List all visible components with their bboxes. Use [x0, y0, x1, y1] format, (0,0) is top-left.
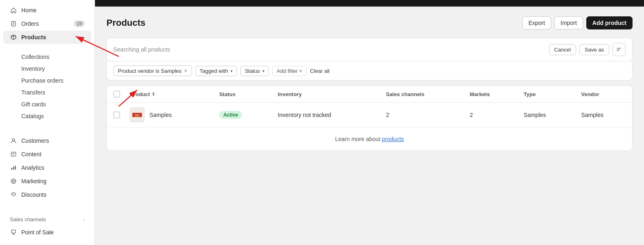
sidebar-item-orders-label: Orders [21, 20, 39, 27]
orders-badge: 19 [74, 20, 85, 27]
col-type: Type [517, 86, 574, 103]
sidebar-catalogs-label: Catalogs [21, 113, 44, 119]
marketing-icon [10, 178, 17, 185]
table-row: Free SAMPLES Samples Active Inventory no… [107, 103, 632, 128]
svg-text:SAMPLES: SAMPLES [135, 116, 140, 118]
search-bar: Searching all products Cancel Save as [106, 38, 633, 61]
sidebar-item-transfers[interactable]: Transfers [3, 87, 91, 98]
sidebar-item-catalogs[interactable]: Catalogs [3, 110, 91, 122]
svg-point-6 [11, 179, 16, 183]
row-checkbox[interactable] [113, 112, 120, 118]
learn-more-row: Learn more about products [107, 128, 632, 151]
col-status: Status [212, 86, 271, 103]
sidebar-item-gift-cards[interactable]: Gift cards [3, 99, 91, 110]
sidebar-item-products-label: Products [21, 34, 46, 40]
page-title: Products [106, 18, 522, 28]
sidebar-gift-cards-label: Gift cards [21, 101, 46, 108]
svg-point-1 [12, 139, 15, 141]
clear-all-button[interactable]: Clear all [310, 68, 330, 74]
inventory-cell: Inventory not tracked [271, 103, 379, 128]
export-button[interactable]: Export [522, 16, 551, 29]
sidebar-collections-label: Collections [21, 54, 49, 60]
svg-text:Free: Free [135, 114, 139, 116]
learn-more-text: Learn more about [335, 136, 382, 142]
sidebar-item-discounts[interactable]: Discounts [3, 188, 91, 201]
sort-icon: ⬆ [151, 92, 155, 97]
markets-cell: 2 [463, 103, 517, 128]
page-header: Products Export Import Add product [106, 16, 633, 29]
sidebar-item-inventory[interactable]: Inventory [3, 63, 91, 74]
svg-rect-2 [11, 152, 16, 156]
sidebar-content-label: Content [21, 151, 41, 157]
customers-icon [10, 137, 17, 144]
sidebar-marketing-label: Marketing [21, 178, 46, 184]
vendor-cell: Samples [575, 103, 633, 128]
svg-rect-5 [15, 166, 16, 170]
filter-status-chevron: ▾ [262, 69, 264, 73]
sidebar-item-home[interactable]: Home [3, 4, 91, 17]
product-thumbnail: Free SAMPLES [130, 108, 145, 122]
svg-rect-4 [13, 167, 14, 170]
home-icon [10, 7, 17, 14]
col-markets: Markets [463, 86, 517, 103]
type-cell: Samples [517, 103, 574, 128]
discounts-icon [10, 191, 17, 198]
analytics-icon [10, 164, 17, 171]
sidebar-purchase-orders-label: Purchase orders [21, 77, 63, 84]
product-name: Samples [149, 112, 172, 118]
sidebar-inventory-label: Inventory [21, 65, 45, 72]
col-product: Product ⬆ [123, 86, 212, 103]
orders-icon [10, 20, 17, 27]
pos-icon [10, 229, 17, 236]
col-vendor: Vendor [575, 86, 633, 103]
header-actions: Export Import Add product [522, 16, 633, 29]
sidebar-item-sales-channels[interactable]: Sales channels › [3, 214, 91, 225]
svg-rect-3 [11, 168, 12, 170]
sidebar-customers-label: Customers [21, 137, 49, 144]
col-sales-channels: Sales channels [380, 86, 463, 103]
sidebar-item-home-label: Home [21, 7, 36, 13]
add-filter-button[interactable]: Add filter + [272, 66, 307, 76]
filter-bar: Product vendor is Samples × Tagged with … [106, 61, 633, 81]
filter-tagged[interactable]: Tagged with ▾ [195, 66, 237, 76]
filter-tagged-chevron: ▾ [230, 69, 233, 73]
filter-status-label: Status [245, 68, 260, 74]
cancel-button[interactable]: Cancel [549, 44, 576, 55]
products-table: Product ⬆ Status Inventory Sales channel… [106, 85, 633, 151]
filter-vendor-remove[interactable]: × [184, 67, 187, 74]
import-button[interactable]: Import [554, 16, 583, 29]
sidebar-item-orders[interactable]: Orders 19 [3, 17, 91, 30]
sidebar-item-collections[interactable]: Collections [3, 51, 91, 63]
sales-channels-cell: 2 [380, 103, 463, 128]
products-link[interactable]: products [382, 136, 404, 142]
sidebar-item-customers[interactable]: Customers [3, 134, 91, 147]
sidebar-item-marketing[interactable]: Marketing [3, 175, 91, 188]
sidebar-item-analytics[interactable]: Analytics [3, 161, 91, 174]
sidebar-item-content[interactable]: Content [3, 148, 91, 161]
select-all-checkbox[interactable] [113, 91, 120, 97]
filter-vendor[interactable]: Product vendor is Samples × [113, 65, 192, 76]
save-as-button[interactable]: Save as [579, 44, 609, 55]
sidebar-analytics-label: Analytics [21, 164, 44, 171]
add-product-button[interactable]: Add product [586, 16, 633, 29]
filter-vendor-label: Product vendor is Samples [118, 68, 181, 74]
search-actions: Cancel Save as [549, 43, 626, 56]
sidebar-item-point-of-sale[interactable]: Point of Sale [3, 226, 91, 239]
svg-point-7 [13, 180, 15, 182]
search-placeholder: Searching all products [113, 46, 549, 53]
content-icon [10, 151, 17, 158]
sidebar-transfers-label: Transfers [21, 89, 45, 96]
pos-label: Point of Sale [21, 229, 54, 236]
products-icon [10, 34, 17, 41]
product-cell[interactable]: Free SAMPLES Samples [123, 103, 212, 128]
status-badge: Active [219, 111, 242, 119]
sort-button[interactable] [612, 43, 626, 56]
filter-tagged-label: Tagged with [200, 68, 228, 74]
sales-channels-label: Sales channels [10, 216, 46, 223]
sidebar-item-products[interactable]: Products [3, 31, 91, 44]
sidebar-discounts-label: Discounts [21, 191, 46, 198]
filter-status[interactable]: Status ▾ [240, 66, 269, 76]
sales-channels-chevron: › [83, 217, 85, 222]
svg-rect-8 [11, 230, 16, 233]
sidebar-item-purchase-orders[interactable]: Purchase orders [3, 75, 91, 86]
